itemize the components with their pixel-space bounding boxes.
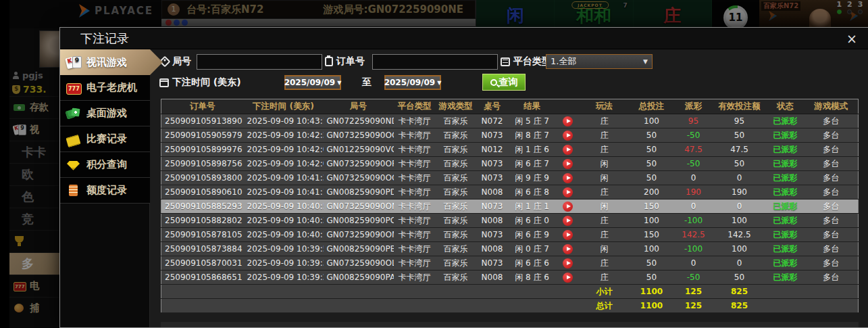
play-icon[interactable] bbox=[563, 116, 573, 126]
date-to-picker[interactable]: 2025/09/09 ▼ bbox=[384, 75, 441, 90]
cell-round-no: GN008259090PB bbox=[324, 242, 394, 256]
table-row[interactable]: 250909105898756 2025-09-09 10:42:02 GN07… bbox=[161, 157, 859, 171]
cell-game-type: 百家乐 bbox=[436, 242, 476, 256]
cell-order-no: 250909105870031 bbox=[161, 256, 244, 271]
query-button[interactable]: 查询 bbox=[482, 74, 526, 91]
cell-table-no: N008 bbox=[476, 214, 509, 228]
play-icon[interactable] bbox=[563, 187, 573, 197]
cell-valid-bet: 0 bbox=[713, 256, 767, 271]
cell-play-type: 庄 bbox=[580, 271, 629, 285]
cell-valid-bet: 50 bbox=[713, 271, 767, 285]
search-icon bbox=[490, 79, 497, 86]
play-icon[interactable] bbox=[563, 159, 573, 169]
cell-valid-bet: 142.5 bbox=[713, 228, 767, 242]
cell-platform: 卡卡湾厅 bbox=[394, 271, 436, 285]
cell-payout: 190 bbox=[675, 185, 713, 200]
table-row[interactable]: 250909105882802 2025-09-09 10:40:39 GN00… bbox=[161, 214, 859, 228]
subtotal-bet: 1100 bbox=[629, 285, 675, 299]
cell-play-type: 庄 bbox=[580, 214, 629, 228]
cell-bet-time: 2025-09-09 10:39:54 bbox=[244, 242, 324, 256]
play-icon[interactable] bbox=[563, 244, 573, 254]
close-icon[interactable]: × bbox=[842, 30, 859, 46]
cell-bet-time: 2025-09-09 10:42:02 bbox=[244, 157, 324, 171]
cell-total-bet: 50 bbox=[629, 128, 675, 143]
dialog-menu-item[interactable]: 比赛记录 bbox=[60, 126, 150, 152]
dialog-menu-item[interactable]: 额度记录 bbox=[60, 178, 150, 204]
cell-status: 已派彩 bbox=[767, 242, 805, 256]
cell-total-bet: 150 bbox=[629, 228, 675, 242]
cell-payout: -50 bbox=[675, 128, 713, 143]
chevron-down-icon: ▼ bbox=[643, 58, 648, 65]
cell-game-mode: 多台 bbox=[805, 242, 859, 256]
play-icon[interactable] bbox=[563, 173, 573, 183]
dialog-menu-item[interactable]: 积分查询 bbox=[60, 152, 150, 178]
cell-replay bbox=[556, 185, 580, 200]
column-header: 结果 bbox=[509, 99, 556, 114]
cell-round-no: GN008259090PA bbox=[324, 271, 394, 285]
cell-game-type: 百家乐 bbox=[436, 157, 476, 171]
table-row[interactable]: 250909105905979 2025-09-09 10:42:39 GN07… bbox=[161, 128, 859, 143]
cell-replay bbox=[556, 228, 580, 242]
play-icon[interactable] bbox=[563, 202, 573, 212]
table-row[interactable]: 250909105885293 2025-09-09 10:40:54 GN07… bbox=[161, 200, 859, 214]
dialog-menu-item[interactable]: 桌面游戏 bbox=[60, 101, 150, 126]
cell-result: 闲 6 庄 8 bbox=[509, 185, 556, 200]
cell-table-no: N073 bbox=[476, 128, 509, 143]
cell-table-no: N072 bbox=[476, 114, 509, 128]
cell-game-type: 百家乐 bbox=[436, 128, 476, 143]
table-row[interactable]: 250909105913890 2025-09-09 10:43:18 GN07… bbox=[161, 114, 859, 128]
cell-platform: 卡卡湾厅 bbox=[394, 256, 436, 271]
table-row[interactable]: 250909105899976 2025-09-09 10:42:07 GN01… bbox=[161, 143, 859, 157]
cell-game-type: 百家乐 bbox=[436, 185, 476, 200]
date-from-picker[interactable]: 2025/09/09 ▼ bbox=[284, 75, 341, 90]
cell-total-bet: 100 bbox=[629, 114, 675, 128]
play-icon[interactable] bbox=[563, 216, 573, 226]
table-row[interactable]: 250909105870031 2025-09-09 10:39:34 GN07… bbox=[161, 256, 859, 271]
cell-status: 已派彩 bbox=[767, 185, 805, 200]
cell-play-type: 庄 bbox=[580, 114, 629, 128]
cell-total-bet: 50 bbox=[629, 157, 675, 171]
play-icon[interactable] bbox=[563, 258, 573, 268]
play-icon[interactable] bbox=[563, 273, 573, 283]
cell-valid-bet: 190 bbox=[713, 185, 767, 200]
play-icon[interactable] bbox=[563, 230, 573, 240]
cell-game-mode: 多台 bbox=[805, 200, 859, 214]
tiles-icon bbox=[66, 106, 82, 121]
table-row[interactable]: 250909105878105 2025-09-09 10:40:16 GN07… bbox=[161, 228, 859, 242]
cell-payout: 47.5 bbox=[675, 143, 713, 157]
cell-replay bbox=[556, 214, 580, 228]
play-icon[interactable] bbox=[563, 131, 573, 141]
subtotal-label: 小计 bbox=[580, 285, 629, 299]
round-no-input[interactable] bbox=[197, 54, 322, 70]
table-row[interactable]: 250909105890610 2025-09-09 10:41:19 GN00… bbox=[161, 185, 859, 200]
table-row[interactable]: 250909105868651 2025-09-09 10:39:26 GN00… bbox=[161, 271, 859, 285]
play-icon[interactable] bbox=[563, 145, 573, 155]
cell-total-bet: 50 bbox=[629, 143, 675, 157]
cell-status: 已派彩 bbox=[767, 171, 805, 185]
diamond-icon bbox=[66, 158, 82, 172]
dialog-menu-item[interactable]: 电子老虎机 bbox=[60, 75, 150, 101]
cell-round-no: GN073259090OL bbox=[324, 256, 394, 271]
table-row[interactable]: 250909105873884 2025-09-09 10:39:54 GN00… bbox=[161, 242, 859, 256]
platform-type-label-row: 平台类型 bbox=[501, 55, 551, 68]
cell-play-type: 庄 bbox=[580, 128, 629, 143]
cell-status: 已派彩 bbox=[767, 157, 805, 171]
platform-type-select[interactable]: 1.全部 ▼ bbox=[546, 54, 653, 69]
cell-round-no: GN073259090OO bbox=[324, 171, 394, 185]
cell-replay bbox=[556, 271, 580, 285]
total-row: 总计 1100 125 825 bbox=[161, 299, 859, 313]
cell-table-no: N008 bbox=[476, 242, 509, 256]
dialog-menu-item[interactable]: 视讯游戏 bbox=[60, 49, 163, 75]
cell-result: 闲 6 庄 7 bbox=[509, 157, 556, 171]
cell-bet-time: 2025-09-09 10:40:39 bbox=[244, 214, 324, 228]
cell-platform: 卡卡湾厅 bbox=[394, 157, 436, 171]
cell-total-bet: 200 bbox=[629, 185, 675, 200]
table-row[interactable]: 250909105893800 2025-09-09 10:41:35 GN07… bbox=[161, 171, 859, 185]
date-from-value: 2025/09/09 bbox=[284, 78, 336, 87]
clipboard-icon bbox=[325, 57, 333, 66]
cell-play-type: 庄 bbox=[580, 256, 629, 271]
cell-result: 闲 9 庄 9 bbox=[509, 171, 556, 185]
cell-order-no: 250909105873884 bbox=[161, 242, 244, 256]
cell-table-no: N008 bbox=[476, 271, 509, 285]
order-no-input[interactable] bbox=[372, 54, 498, 70]
